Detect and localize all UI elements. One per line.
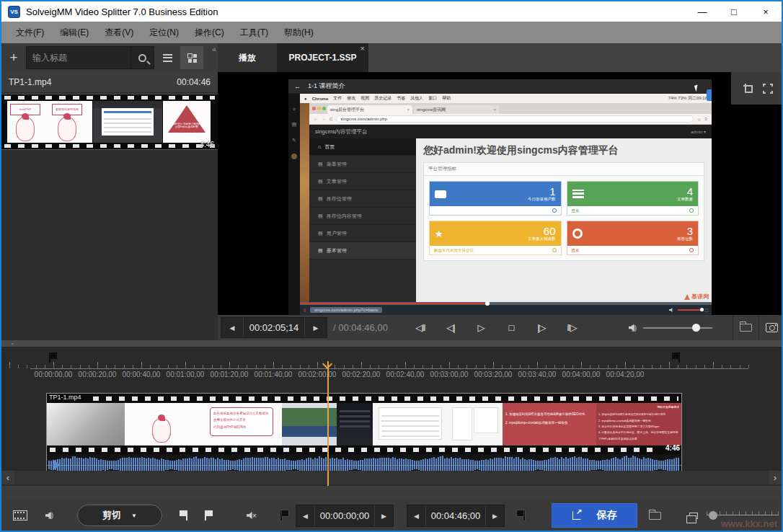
start-marker-flag[interactable]	[49, 353, 57, 363]
app-logo-icon: VS	[8, 6, 20, 18]
waveform-play-icon	[53, 459, 61, 471]
collapse-panel-button[interactable]: «	[212, 45, 216, 53]
ruler-label: 00:04:00,00	[562, 371, 601, 378]
video-window-row: sing后台管理平台× singcms资讯网× ← → C singcms.co…	[300, 103, 712, 302]
next-keyframe-button[interactable]: ‖▷	[559, 318, 584, 338]
minimize-button[interactable]: —	[686, 1, 718, 22]
ruler-label: 00:01:00,00	[167, 371, 205, 378]
search-input[interactable]	[26, 46, 131, 69]
media-item-header[interactable]: TP1-1.mp4 00:04:46	[1, 72, 218, 92]
cms-user-menu: admin ▾	[691, 129, 706, 134]
panel-splitter[interactable]: ⌄	[1, 340, 782, 347]
clip-bottom-strip: 4:46	[47, 445, 681, 454]
thumbnail-frames: thinkPHP 新闻资讯管理系统 课程设计 拆解每个模块的页面分析以及流程图	[1, 101, 218, 143]
timeline-area[interactable]: 00:00:00,00 00:00:20,00 00:00:40,00 00:0…	[1, 347, 782, 486]
media-item-thumbnail[interactable]: thinkPHP 新闻资讯管理系统 课程设计 拆解每个模块的页面分析以及流程图 …	[1, 94, 218, 150]
zoom-track	[707, 515, 779, 515]
end-marker-flag[interactable]	[672, 353, 680, 363]
open-folder-button[interactable]	[733, 315, 758, 340]
search-button[interactable]	[131, 46, 154, 69]
mode-dropdown[interactable]: 剪切 ▼	[77, 505, 162, 526]
time-step-back-button[interactable]: ◀	[221, 324, 243, 332]
prev-frame-button[interactable]: ◁|	[438, 318, 463, 338]
tab-project[interactable]: PROJECT-1.SSP ×	[277, 43, 368, 72]
ruler-label: 00:04:20,00	[606, 371, 645, 378]
frame-cartoon	[125, 403, 205, 445]
filmstrip-icon	[13, 510, 27, 520]
volume-slider[interactable]	[643, 327, 712, 329]
pyramid-graphic	[168, 105, 205, 133]
search-icon	[138, 54, 146, 62]
audio-track-button[interactable]: )))	[36, 503, 62, 528]
inner-pause-icon: ‖	[304, 308, 306, 313]
inner-volume-bar	[678, 309, 702, 311]
storyboard-button[interactable]	[7, 503, 33, 528]
mac-apple-icon: ●	[304, 97, 307, 101]
scroll-right-button[interactable]: ›	[769, 471, 782, 484]
stop-button[interactable]: □	[499, 318, 523, 338]
cms-body: ⌂首页 ▤菜单管理 ▤文章管理 ▤推荐位管理 ▤推荐位内容管理 ▤用户管理 ▤基…	[309, 138, 712, 302]
add-media-button[interactable]: +	[1, 46, 26, 69]
video-preview-area[interactable]: ← 1-1 课程简介 ≡ ▤ ✎ ● Chrome 文件 修改	[218, 72, 783, 315]
next-frame-button[interactable]: |▷	[529, 318, 554, 338]
time-step-forward-button[interactable]: ▶	[305, 324, 327, 332]
maximize-button[interactable]: □	[718, 1, 750, 22]
timeline-clip[interactable]: TP1-1.mp4 如何根据案例业务逻辑设计分页数模块使用全模块的方式开发代码遵…	[46, 393, 682, 476]
star-icon: ★	[435, 229, 443, 239]
close-button[interactable]: ×	[750, 1, 782, 22]
tab-strip: 播放 PROJECT-1.SSP ×	[218, 43, 782, 72]
start-step-forward-button[interactable]: ▶	[375, 513, 393, 520]
tab-close-icon[interactable]: ×	[360, 44, 365, 53]
export-icon	[572, 511, 581, 520]
prev-keyframe-button[interactable]: ◁‖	[408, 318, 433, 338]
set-right-marker-button[interactable]	[198, 503, 221, 528]
menu-help[interactable]: 帮助(H)	[277, 24, 321, 42]
cartoon-character	[16, 117, 35, 141]
zoom-knob[interactable]	[709, 511, 717, 520]
menu-operations[interactable]: 操作(C)	[187, 24, 231, 42]
ruler-baseline	[30, 368, 748, 369]
set-left-marker-button[interactable]	[172, 503, 195, 528]
fullscreen-icon[interactable]	[763, 84, 773, 94]
ruler-label: 00:02:40,00	[386, 371, 425, 378]
ruler-label: 00:00:00,00	[35, 371, 73, 378]
scroll-left-button[interactable]: ‹	[1, 471, 14, 484]
frame-speech-bubble: 如何根据案例业务逻辑设计分页数模块使用全模块的方式开发代码遵循PHP编码规范	[205, 403, 282, 445]
mute-fragment-button[interactable]: ×	[239, 503, 264, 528]
filmstrip-perforations-top	[1, 94, 218, 101]
menu-view[interactable]: 查看(V)	[97, 24, 141, 42]
zoom-mode-icon	[685, 503, 702, 528]
mac-menu-item: 历史记录	[374, 95, 392, 102]
save-button[interactable]: 保存	[552, 503, 637, 528]
card-go-icon	[552, 248, 557, 252]
film-perforations-bottom	[50, 448, 652, 452]
output-folder-button[interactable]	[642, 503, 668, 528]
crop-icon[interactable]	[743, 84, 753, 93]
menu-tools[interactable]: 工具(T)	[233, 24, 275, 42]
grid-view-button[interactable]	[180, 46, 203, 69]
playhead[interactable]	[327, 361, 329, 486]
list-view-button[interactable]	[156, 46, 179, 69]
pyramid-caption: 课程设计 拆解每个模块的页面分析以及流程图	[172, 123, 201, 128]
save-label: 保存	[597, 509, 617, 522]
end-step-back-button[interactable]: ◀	[407, 513, 425, 520]
rail-menu-icon: ≡	[293, 107, 296, 112]
snapshot-button[interactable]	[758, 315, 783, 340]
clip-filmstrip: 如何根据案例业务逻辑设计分页数模块使用全模块的方式开发代码遵循PHP编码规范 1…	[47, 403, 681, 445]
ruler-label: 00:03:00,00	[430, 371, 469, 378]
menu-position[interactable]: 定位(N)	[142, 24, 186, 42]
menu-file[interactable]: 文件(F)	[9, 24, 51, 42]
ruler-label: 00:01:40,00	[255, 371, 293, 378]
start-step-back-button[interactable]: ◀	[296, 513, 314, 520]
volume-knob[interactable]	[692, 324, 700, 332]
menu-edit[interactable]: 编辑(E)	[53, 24, 96, 42]
play-button[interactable]: ▷	[469, 318, 493, 338]
tab-playback[interactable]: 播放	[218, 43, 277, 72]
timeline-scrollbar[interactable]: ‹ ›	[1, 471, 782, 484]
end-step-forward-button[interactable]: ▶	[486, 513, 504, 520]
flag-left-icon	[179, 510, 187, 520]
card-go-icon	[689, 248, 694, 252]
thumb-admin-frame	[93, 101, 162, 143]
card-reads: ★ 60文章最大阅读数 解放军代表团全体会议	[429, 221, 562, 255]
cartoon-character	[152, 418, 171, 443]
